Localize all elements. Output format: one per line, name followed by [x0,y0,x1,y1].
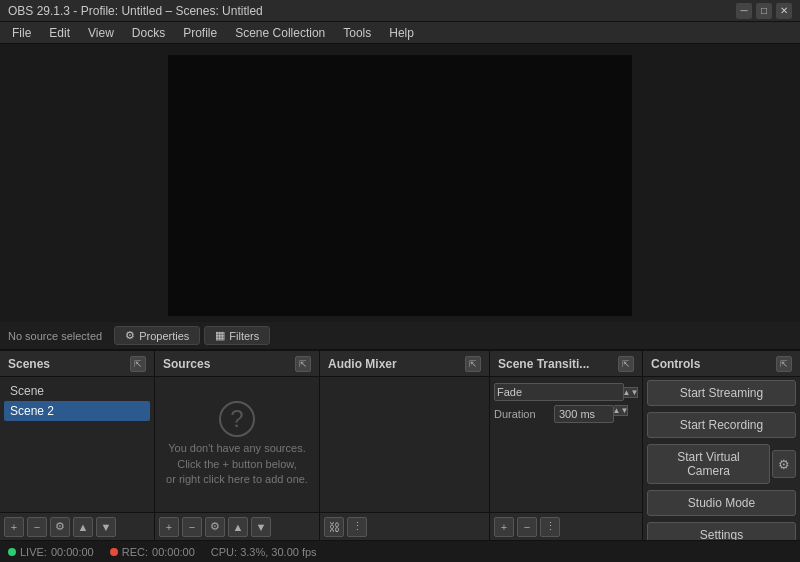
controls-panel-options[interactable]: ⇱ [776,356,792,372]
transition-select-wrapper: Fade [494,383,624,401]
menu-edit[interactable]: Edit [41,24,78,42]
scene-remove-button[interactable]: − [27,517,47,537]
scene-item-1[interactable]: Scene [4,381,150,401]
duration-chevron[interactable]: ▲▼ [614,405,628,416]
audio-panel-content [320,377,489,512]
studio-mode-button[interactable]: Studio Mode [647,490,796,516]
audio-panel-footer: ⛓ ⋮ [320,512,489,540]
audio-chain-button[interactable]: ⛓ [324,517,344,537]
live-status: LIVE: 00:00:00 [8,546,94,558]
transitions-panel-options[interactable]: ⇱ [618,356,634,372]
transitions-panel-title: Scene Transiti... [498,357,589,371]
scene-add-button[interactable]: + [4,517,24,537]
close-button[interactable]: ✕ [776,3,792,19]
rec-time: 00:00:00 [152,546,195,558]
start-streaming-button[interactable]: Start Streaming [647,380,796,406]
status-bar: LIVE: 00:00:00 REC: 00:00:00 CPU: 3.3%, … [0,540,800,562]
sources-empty-text: You don't have any sources.Click the + b… [166,441,308,487]
controls-panel-title: Controls [651,357,700,371]
rec-dot [110,548,118,556]
scenes-panel-footer: + − ⚙ ▲ ▼ [0,512,154,540]
menu-tools[interactable]: Tools [335,24,379,42]
source-down-button[interactable]: ▼ [251,517,271,537]
gear-icon: ⚙ [125,329,135,342]
menu-help[interactable]: Help [381,24,422,42]
preview-wrapper [0,44,800,322]
live-dot [8,548,16,556]
source-settings-button[interactable]: ⚙ [205,517,225,537]
scene-filter-button[interactable]: ⚙ [50,517,70,537]
scenes-panel-title: Scenes [8,357,50,371]
sources-panel-title: Sources [163,357,210,371]
transition-duration-row: Duration ▲▼ [494,405,638,423]
maximize-button[interactable]: □ [756,3,772,19]
controls-panel: Controls ⇱ Start Streaming Start Recordi… [643,351,800,540]
source-toolbar: No source selected ⚙ Properties ▦ Filter… [0,322,800,350]
scenes-panel-options[interactable]: ⇱ [130,356,146,372]
transitions-panel-content: Fade ▲▼ Duration ▲▼ [490,377,642,512]
settings-button[interactable]: Settings [647,522,796,540]
rec-label: REC: [122,546,148,558]
title-bar-title: OBS 29.1.3 - Profile: Untitled – Scenes:… [8,4,263,18]
audio-panel-options[interactable]: ⇱ [465,356,481,372]
scene-item-2[interactable]: Scene 2 [4,401,150,421]
properties-button[interactable]: ⚙ Properties [114,326,200,345]
sources-empty: ? You don't have any sources.Click the +… [159,381,315,508]
source-remove-button[interactable]: − [182,517,202,537]
duration-label: Duration [494,408,554,420]
sources-panel-header: Sources ⇱ [155,351,319,377]
scene-up-button[interactable]: ▲ [73,517,93,537]
rec-status: REC: 00:00:00 [110,546,195,558]
filters-label: Filters [229,330,259,342]
scene-down-button[interactable]: ▼ [96,517,116,537]
menu-view[interactable]: View [80,24,122,42]
transitions-panel-header: Scene Transiti... ⇱ [490,351,642,377]
start-recording-button[interactable]: Start Recording [647,412,796,438]
transition-remove-button[interactable]: − [517,517,537,537]
properties-label: Properties [139,330,189,342]
controls-panel-header: Controls ⇱ [643,351,800,377]
filters-button[interactable]: ▦ Filters [204,326,270,345]
audio-panel-title: Audio Mixer [328,357,397,371]
app-window: OBS 29.1.3 - Profile: Untitled – Scenes:… [0,0,800,562]
live-label: LIVE: [20,546,47,558]
cpu-label: CPU: 3.3%, 30.00 fps [211,546,317,558]
audio-mixer-panel: Audio Mixer ⇱ ⛓ ⋮ [320,351,490,540]
scenes-panel: Scenes ⇱ Scene Scene 2 + − ⚙ ▲ ▼ [0,351,155,540]
scenes-panel-header: Scenes ⇱ [0,351,154,377]
source-add-button[interactable]: + [159,517,179,537]
transition-chevron[interactable]: ▲▼ [624,387,638,398]
menu-profile[interactable]: Profile [175,24,225,42]
sources-panel-content[interactable]: ? You don't have any sources.Click the +… [155,377,319,512]
sources-panel-options[interactable]: ⇱ [295,356,311,372]
duration-input[interactable] [554,405,614,423]
question-icon: ? [219,401,255,437]
transition-type-select[interactable]: Fade [494,383,624,401]
transitions-panel: Scene Transiti... ⇱ Fade ▲▼ Duration [490,351,643,540]
menu-scene-collection[interactable]: Scene Collection [227,24,333,42]
preview-canvas [168,55,632,316]
transitions-panel-footer: + − ⋮ [490,512,642,540]
filter-icon: ▦ [215,329,225,342]
menu-docks[interactable]: Docks [124,24,173,42]
virtual-camera-settings-button[interactable]: ⚙ [772,450,796,478]
transition-type-row: Fade ▲▼ [494,383,638,401]
minimize-button[interactable]: ─ [736,3,752,19]
transition-menu-button[interactable]: ⋮ [540,517,560,537]
source-up-button[interactable]: ▲ [228,517,248,537]
main-panels: Scenes ⇱ Scene Scene 2 + − ⚙ ▲ ▼ Sources… [0,350,800,540]
transition-add-button[interactable]: + [494,517,514,537]
cpu-status: CPU: 3.3%, 30.00 fps [211,546,317,558]
sources-panel: Sources ⇱ ? You don't have any sources.C… [155,351,320,540]
sources-panel-footer: + − ⚙ ▲ ▼ [155,512,319,540]
start-virtual-camera-button[interactable]: Start Virtual Camera [647,444,770,484]
title-bar-controls: ─ □ ✕ [736,3,792,19]
title-bar: OBS 29.1.3 - Profile: Untitled – Scenes:… [0,0,800,22]
no-source-label: No source selected [8,330,102,342]
duration-input-group: ▲▼ [554,405,638,423]
controls-panel-content: Start Streaming Start Recording Start Vi… [643,377,800,540]
audio-menu-button[interactable]: ⋮ [347,517,367,537]
audio-panel-header: Audio Mixer ⇱ [320,351,489,377]
virtual-camera-row: Start Virtual Camera ⚙ [647,444,796,484]
menu-file[interactable]: File [4,24,39,42]
